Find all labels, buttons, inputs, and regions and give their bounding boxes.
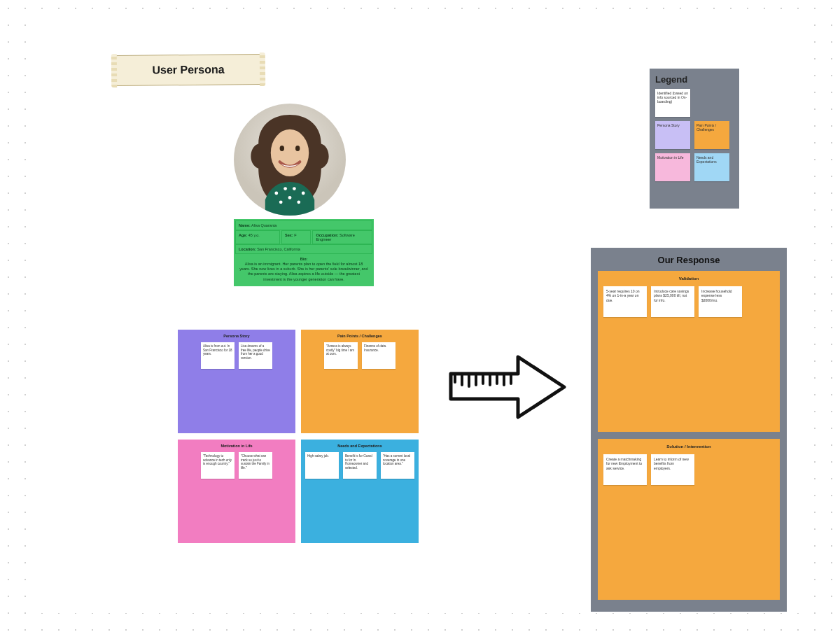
avatar[interactable]: [234, 104, 346, 216]
svg-point-6: [293, 187, 296, 190]
sticky-note[interactable]: Learn to inform of new benefits from emp…: [651, 454, 694, 485]
svg-point-8: [279, 200, 283, 204]
info-job: Occupation: Software Engineer: [312, 230, 372, 244]
response-title: Our Response: [598, 255, 780, 265]
legend-item-motivation[interactable]: Motivation in Life: [655, 153, 690, 181]
sticky-note[interactable]: Lisa dreams of a free life, people drive…: [239, 342, 272, 369]
svg-point-2: [280, 146, 284, 151]
sticky-note[interactable]: "Has a current local coverage in one loc…: [381, 452, 414, 479]
sticky-note[interactable]: Create a matchmaking for new Employment …: [603, 454, 647, 485]
sticky-note[interactable]: High salary job.: [305, 452, 339, 479]
response-sub: Solution / Intervention: [603, 444, 774, 449]
section-title: Pain Points / Challenges: [305, 334, 414, 338]
avatar-image: [234, 104, 346, 216]
svg-point-5: [284, 187, 287, 190]
section-persona-story[interactable]: Persona Story Alisa is from out. In San …: [178, 330, 295, 433]
legend-item-pain[interactable]: Pain Points / Challenges: [694, 121, 729, 149]
info-age: Age: 45 y.o.: [235, 230, 280, 244]
persona-info-card[interactable]: Name: Alisa Quaranta Age: 45 y.o. Sex: F…: [234, 219, 374, 286]
svg-point-1: [271, 129, 309, 176]
sticky-note[interactable]: "Technology to advance in tech only is e…: [201, 452, 234, 479]
section-title: Needs and Expectations: [305, 444, 414, 448]
svg-point-4: [274, 192, 278, 195]
sticky-note[interactable]: Finance of data. Insurance.: [362, 342, 396, 369]
section-needs[interactable]: Needs and Expectations High salary job. …: [301, 440, 419, 543]
section-motivation[interactable]: Motivation in Life "Technology to advanc…: [178, 440, 295, 543]
legend-item-persona[interactable]: Persona Story: [655, 121, 690, 149]
svg-point-7: [302, 192, 305, 195]
response-sub: Validation: [603, 276, 774, 281]
sticky-note[interactable]: Benefit is for Guard to for In. Homeowne…: [343, 452, 377, 479]
whiteboard-canvas[interactable]: User Persona Name: Alisa Quaranta Age:: [31, 20, 813, 613]
svg-point-10: [297, 200, 300, 204]
sticky-note[interactable]: 5-year requires 10 on 4% on 1-in-a year …: [603, 286, 647, 317]
legend-item-identified[interactable]: Identified (based on info sourced in On-…: [655, 89, 690, 117]
svg-point-9: [288, 196, 292, 199]
arrow-icon: [445, 349, 571, 426]
section-pain-points[interactable]: Pain Points / Challenges "Access is alwa…: [301, 330, 419, 433]
legend-item-needs[interactable]: Needs and Expectations: [694, 153, 729, 181]
legend-panel[interactable]: Legend Identified (based on info sourced…: [650, 69, 739, 209]
sticky-note[interactable]: "Choose what can track so just to sustai…: [239, 452, 272, 479]
response-solution-block[interactable]: Solution / Intervention Create a matchma…: [598, 439, 780, 600]
legend-title: Legend: [655, 74, 734, 85]
info-sex: Sex: F: [281, 230, 311, 244]
svg-point-3: [295, 146, 300, 151]
response-validation-block[interactable]: Validation 5-year requires 10 on 4% on 1…: [598, 271, 780, 432]
banner-title: User Persona: [152, 64, 224, 77]
sticky-note[interactable]: "Access is always costly" big time I am …: [324, 342, 358, 369]
section-title: Motivation in Life: [182, 444, 291, 448]
response-panel[interactable]: Our Response Validation 5-year requires …: [591, 248, 787, 612]
persona-banner[interactable]: User Persona: [115, 54, 262, 86]
info-name: Name: Alisa Quaranta: [235, 220, 372, 230]
sticky-note[interactable]: Introduce care savings plans $25,000 til…: [651, 286, 694, 317]
section-title: Persona Story: [182, 334, 291, 338]
sticky-note[interactable]: Alisa is from out. In San Francisco for …: [201, 342, 234, 369]
info-bio: Bio: Alisa is an immigrant. Her parents …: [235, 254, 372, 285]
info-location: Location: San Francisco, California: [235, 244, 372, 254]
sticky-note[interactable]: Increase household expense less $2000/mo…: [699, 286, 742, 317]
